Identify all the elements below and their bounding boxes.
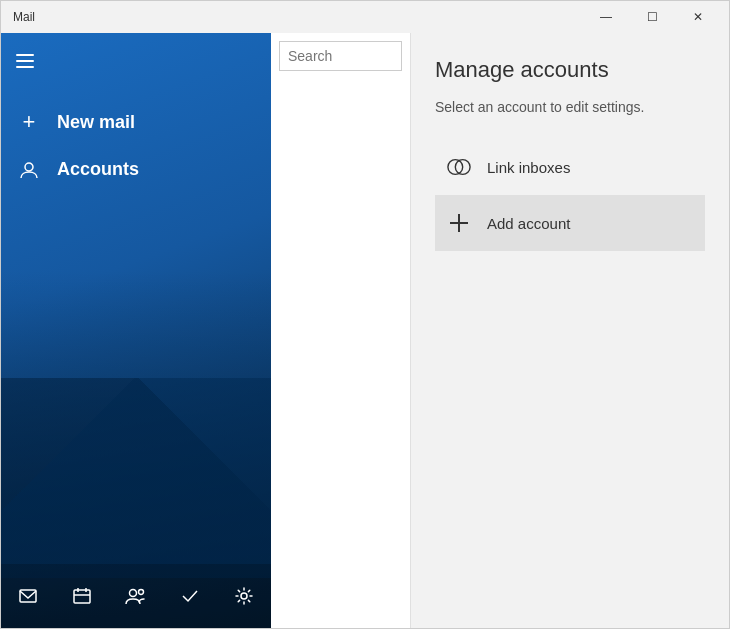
accounts-icon <box>17 160 41 180</box>
manage-accounts-title: Manage accounts <box>435 57 705 83</box>
svg-point-6 <box>130 590 137 597</box>
manage-accounts-subtitle: Select an account to edit settings. <box>435 99 705 115</box>
svg-point-7 <box>139 590 144 595</box>
middle-panel <box>271 33 411 628</box>
svg-rect-2 <box>74 590 90 603</box>
window-controls: — ☐ ✕ <box>583 1 721 33</box>
search-box[interactable] <box>279 41 402 71</box>
sidebar-bottom <box>1 564 271 628</box>
hamburger-button[interactable] <box>5 41 45 81</box>
add-account-label: Add account <box>487 215 570 232</box>
app-title: Mail <box>9 10 583 24</box>
mail-bottom-button[interactable] <box>1 572 55 620</box>
sidebar-item-new-mail[interactable]: + New mail <box>1 97 271 147</box>
search-input[interactable] <box>288 48 393 64</box>
hamburger-line-2 <box>16 60 34 62</box>
link-inboxes-label: Link inboxes <box>487 159 570 176</box>
sidebar-nav: + New mail Accounts <box>1 89 271 200</box>
add-account-icon <box>447 211 471 235</box>
hamburger-line-1 <box>16 54 34 56</box>
right-panel: Manage accounts Select an account to edi… <box>411 33 729 628</box>
settings-bottom-button[interactable] <box>217 572 271 620</box>
new-mail-icon: + <box>17 109 41 135</box>
svg-rect-1 <box>20 590 36 602</box>
sidebar: + New mail Accounts <box>1 33 271 628</box>
hamburger-line-3 <box>16 66 34 68</box>
add-account-item[interactable]: Add account <box>435 195 705 251</box>
main-content: + New mail Accounts <box>1 33 729 628</box>
app-window: Mail — ☐ ✕ + New mail <box>0 0 730 629</box>
close-button[interactable]: ✕ <box>675 1 721 33</box>
link-inboxes-item[interactable]: Link inboxes <box>435 139 705 195</box>
svg-point-8 <box>241 593 247 599</box>
sidebar-item-accounts-label: Accounts <box>57 159 139 180</box>
people-bottom-button[interactable] <box>109 572 163 620</box>
minimize-button[interactable]: — <box>583 1 629 33</box>
account-list: Link inboxes Add account <box>435 139 705 251</box>
sidebar-item-new-mail-label: New mail <box>57 112 135 133</box>
sidebar-item-accounts[interactable]: Accounts <box>1 147 271 192</box>
title-bar: Mail — ☐ ✕ <box>1 1 729 33</box>
maximize-button[interactable]: ☐ <box>629 1 675 33</box>
todo-bottom-button[interactable] <box>163 572 217 620</box>
calendar-bottom-button[interactable] <box>55 572 109 620</box>
link-inboxes-icon <box>447 155 471 179</box>
sidebar-top <box>1 33 271 89</box>
svg-point-0 <box>25 163 33 171</box>
